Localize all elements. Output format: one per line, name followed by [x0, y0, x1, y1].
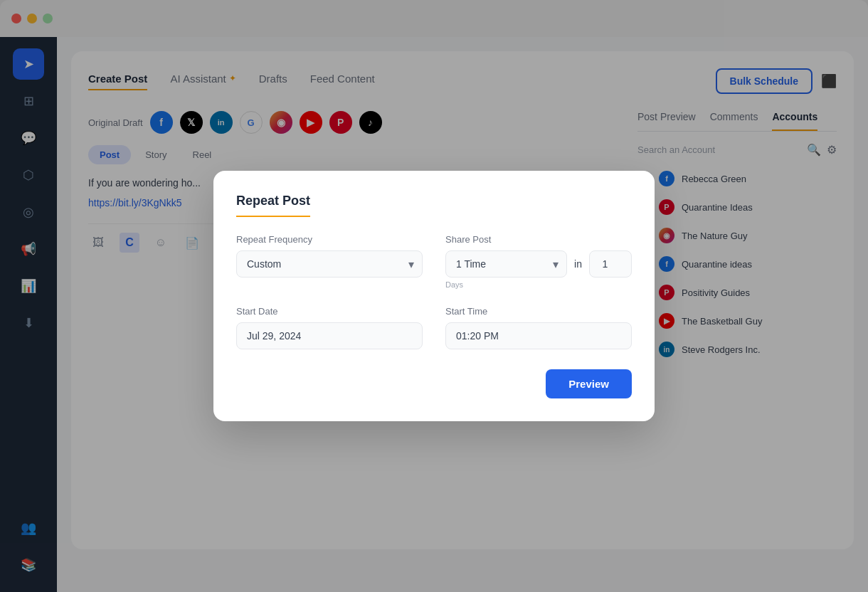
modal-title: Repeat Post	[236, 194, 310, 217]
share-post-select[interactable]: 1 Time 2 Times 3 Times	[445, 250, 567, 278]
start-date-input[interactable]	[236, 322, 423, 349]
start-time-label: Start Time	[445, 306, 632, 317]
modal-overlay[interactable]: Repeat Post Repeat Frequency Custom Dail…	[0, 0, 868, 592]
start-time-field: Start Time	[445, 306, 632, 349]
repeat-post-modal: Repeat Post Repeat Frequency Custom Dail…	[213, 171, 655, 421]
share-post-field: Share Post 1 Time 2 Times 3 Times ▾ in D…	[445, 234, 632, 289]
share-post-label: Share Post	[445, 234, 632, 245]
modal-form-grid: Repeat Frequency Custom Daily Weekly Mon…	[236, 234, 632, 349]
start-time-input[interactable]	[445, 322, 632, 349]
preview-button[interactable]: Preview	[546, 369, 632, 398]
repeat-frequency-select[interactable]: Custom Daily Weekly Monthly	[236, 250, 423, 278]
start-date-field: Start Date	[236, 306, 423, 349]
days-label: Days	[445, 280, 632, 289]
repeat-frequency-label: Repeat Frequency	[236, 234, 423, 245]
repeat-frequency-field: Repeat Frequency Custom Daily Weekly Mon…	[236, 234, 423, 289]
days-input[interactable]	[589, 250, 632, 278]
modal-footer: Preview	[236, 369, 632, 398]
in-label: in	[574, 258, 582, 270]
start-date-label: Start Date	[236, 306, 423, 317]
